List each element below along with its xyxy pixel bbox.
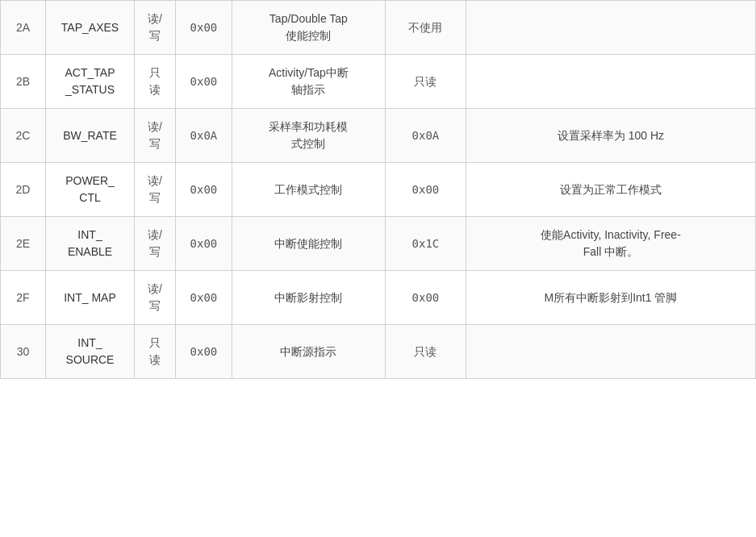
table-row: 2FINT_ MAP读/写0x00中断影射控制0x00M所有中断影射到Int1 … (1, 271, 756, 325)
rw-cell: 读/写 (135, 271, 176, 325)
value-cell: 0x00 (385, 163, 466, 217)
default-cell: 0x0A (175, 109, 232, 163)
value-cell: 不使用 (385, 1, 466, 55)
rw-cell: 读/写 (135, 109, 176, 163)
addr-cell: 2E (1, 217, 46, 271)
default-cell: 0x00 (175, 271, 232, 325)
name-cell: BW_RATE (46, 109, 135, 163)
note-cell: M所有中断影射到Int1 管脚 (466, 271, 755, 325)
table-row: 2ATAP_AXES读/写0x00Tap/Double Tap使能控制不使用 (1, 1, 756, 55)
addr-cell: 2C (1, 109, 46, 163)
value-cell: 0x1C (385, 217, 466, 271)
rw-cell: 读/写 (135, 1, 176, 55)
desc-cell: 中断源指示 (232, 325, 385, 379)
name-cell: POWER_CTL (46, 163, 135, 217)
note-cell (466, 1, 755, 55)
value-cell: 0x00 (385, 271, 466, 325)
addr-cell: 2A (1, 1, 46, 55)
value-cell: 只读 (385, 55, 466, 109)
desc-cell: 中断影射控制 (232, 271, 385, 325)
rw-cell: 只读 (135, 55, 176, 109)
desc-cell: 采样率和功耗模式控制 (232, 109, 385, 163)
addr-cell: 30 (1, 325, 46, 379)
value-cell: 只读 (385, 325, 466, 379)
default-cell: 0x00 (175, 55, 232, 109)
rw-cell: 只读 (135, 325, 176, 379)
desc-cell: 工作模式控制 (232, 163, 385, 217)
name-cell: INT_ENABLE (46, 217, 135, 271)
table-row: 2CBW_RATE读/写0x0A采样率和功耗模式控制0x0A设置采样率为 100… (1, 109, 756, 163)
name-cell: TAP_AXES (46, 1, 135, 55)
default-cell: 0x00 (175, 217, 232, 271)
name-cell: INT_SOURCE (46, 325, 135, 379)
name-cell: ACT_TAP_STATUS (46, 55, 135, 109)
note-cell (466, 55, 755, 109)
note-cell: 设置为正常工作模式 (466, 163, 755, 217)
table-row: 30INT_SOURCE只读0x00中断源指示只读 (1, 325, 756, 379)
register-table: 2ATAP_AXES读/写0x00Tap/Double Tap使能控制不使用2B… (0, 0, 756, 379)
note-cell: 设置采样率为 100 Hz (466, 109, 755, 163)
addr-cell: 2F (1, 271, 46, 325)
name-cell: INT_ MAP (46, 271, 135, 325)
addr-cell: 2D (1, 163, 46, 217)
rw-cell: 读/写 (135, 163, 176, 217)
default-cell: 0x00 (175, 1, 232, 55)
note-cell: 使能Activity, Inactivity, Free-Fall 中断。 (466, 217, 755, 271)
table-row: 2BACT_TAP_STATUS只读0x00Activity/Tap中断轴指示只… (1, 55, 756, 109)
addr-cell: 2B (1, 55, 46, 109)
table-row: 2EINT_ENABLE读/写0x00中断使能控制0x1C使能Activity,… (1, 217, 756, 271)
desc-cell: 中断使能控制 (232, 217, 385, 271)
rw-cell: 读/写 (135, 217, 176, 271)
desc-cell: Activity/Tap中断轴指示 (232, 55, 385, 109)
default-cell: 0x00 (175, 325, 232, 379)
default-cell: 0x00 (175, 163, 232, 217)
desc-cell: Tap/Double Tap使能控制 (232, 1, 385, 55)
table-row: 2DPOWER_CTL读/写0x00工作模式控制0x00设置为正常工作模式 (1, 163, 756, 217)
note-cell (466, 325, 755, 379)
value-cell: 0x0A (385, 109, 466, 163)
